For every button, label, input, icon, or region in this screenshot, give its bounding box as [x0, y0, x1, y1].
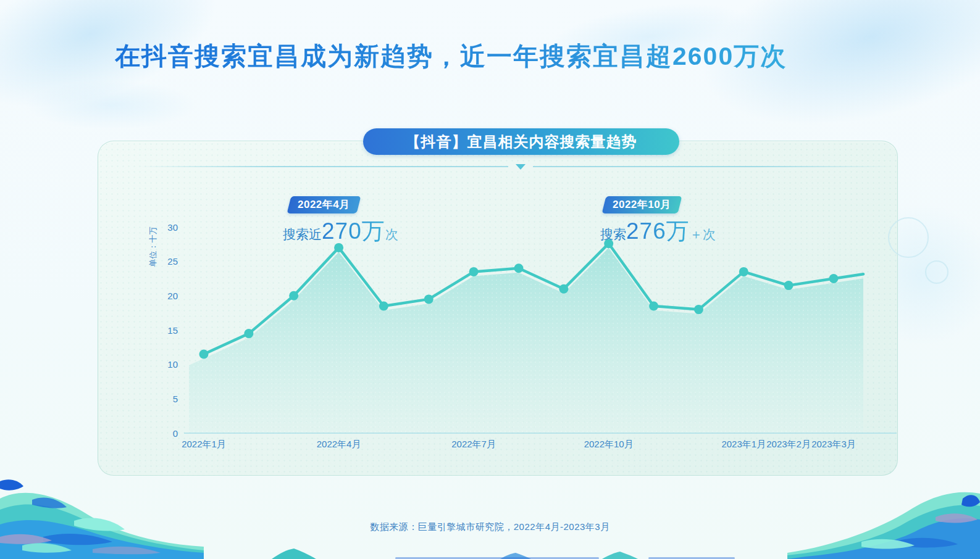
svg-text:15: 15 — [167, 325, 178, 336]
data-source-note: 数据来源：巨量引擎城市研究院，2022年4月-2023年3月 — [0, 521, 980, 533]
annotation-suffix: 次 — [385, 227, 398, 241]
watercolor-texture-left — [25, 80, 198, 130]
svg-text:2022年1月: 2022年1月 — [182, 439, 226, 449]
search-trend-chart: 051015202530单位：十万2022年1月2022年4月2022年7月20… — [98, 141, 897, 474]
svg-text:0: 0 — [173, 428, 178, 439]
annotation-date-badge-april: 2022年4月 — [287, 196, 361, 213]
annotation-date-label: 2022年4月 — [298, 196, 350, 213]
bubble-decoration — [925, 260, 949, 284]
svg-text:2023年3月: 2023年3月 — [811, 439, 856, 449]
svg-text:2023年2月: 2023年2月 — [766, 439, 811, 449]
annotation-prefix: 搜索 — [600, 227, 626, 241]
page-title: 在抖音搜索宜昌成为新趋势，近一年搜索宜昌超2600万次 — [115, 39, 893, 73]
svg-text:30: 30 — [167, 222, 178, 233]
svg-text:单位：十万: 单位：十万 — [148, 227, 157, 267]
bubble-decoration — [888, 217, 929, 258]
svg-text:20: 20 — [167, 291, 178, 301]
svg-text:2022年10月: 2022年10月 — [584, 439, 634, 449]
annotation-date-badge-october: 2022年10月 — [602, 196, 682, 213]
annotation-text-october: 搜索276万＋次 — [600, 216, 716, 247]
wave-crest-decoration — [272, 549, 316, 559]
svg-text:2022年7月: 2022年7月 — [451, 439, 496, 449]
svg-text:25: 25 — [167, 256, 178, 267]
watercolor-texture-top-right — [684, 0, 980, 157]
svg-text:2023年1月: 2023年1月 — [721, 439, 766, 449]
wave-decoration-left — [0, 478, 204, 559]
annotation-date-label: 2022年10月 — [613, 196, 671, 213]
svg-text:2022年4月: 2022年4月 — [317, 439, 361, 449]
svg-text:5: 5 — [173, 394, 178, 404]
annotation-prefix: 搜索近 — [283, 227, 322, 241]
annotation-text-april: 搜索近270万次 — [283, 216, 398, 247]
annotation-suffix: ＋次 — [690, 227, 716, 241]
svg-text:10: 10 — [167, 359, 178, 370]
annotation-value: 270万 — [322, 218, 385, 244]
wave-crest-decoration — [602, 552, 638, 559]
annotation-value: 276万 — [626, 218, 690, 244]
